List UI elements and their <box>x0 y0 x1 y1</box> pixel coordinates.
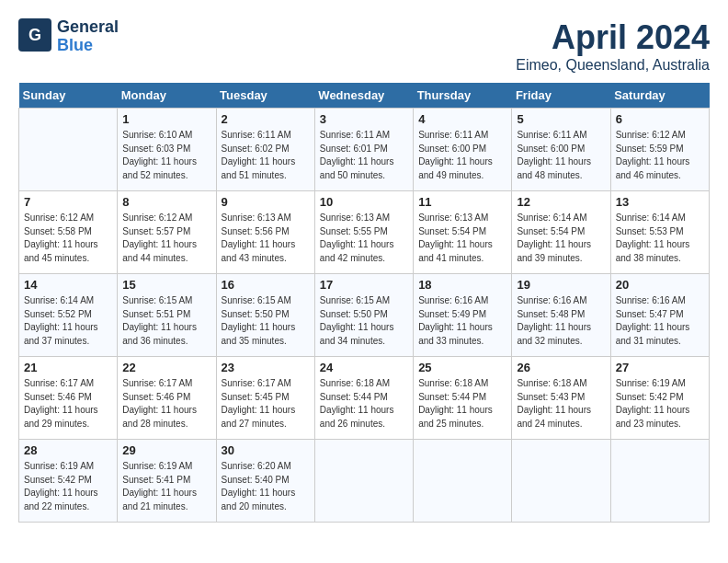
calendar-cell <box>19 109 118 191</box>
week-row-4: 21Sunrise: 6:17 AM Sunset: 5:46 PM Dayli… <box>19 357 710 440</box>
day-info: Sunrise: 6:20 AM Sunset: 5:40 PM Dayligh… <box>222 460 310 513</box>
day-number: 17 <box>320 278 408 292</box>
day-info: Sunrise: 6:14 AM Sunset: 5:53 PM Dayligh… <box>616 212 704 265</box>
day-info: Sunrise: 6:14 AM Sunset: 5:54 PM Dayligh… <box>517 212 605 265</box>
calendar-cell: 19Sunrise: 6:16 AM Sunset: 5:48 PM Dayli… <box>512 274 610 357</box>
day-info: Sunrise: 6:12 AM Sunset: 5:58 PM Dayligh… <box>24 212 112 265</box>
header-sunday: Sunday <box>19 83 118 109</box>
calendar-cell: 30Sunrise: 6:20 AM Sunset: 5:40 PM Dayli… <box>216 440 314 523</box>
calendar-cell: 14Sunrise: 6:14 AM Sunset: 5:52 PM Dayli… <box>19 274 118 357</box>
calendar-cell: 20Sunrise: 6:16 AM Sunset: 5:47 PM Dayli… <box>610 274 709 357</box>
header-wednesday: Wednesday <box>314 83 413 109</box>
day-number: 29 <box>122 443 210 457</box>
calendar-cell: 26Sunrise: 6:18 AM Sunset: 5:43 PM Dayli… <box>512 357 610 440</box>
day-info: Sunrise: 6:17 AM Sunset: 5:45 PM Dayligh… <box>222 377 310 431</box>
calendar-cell: 18Sunrise: 6:16 AM Sunset: 5:49 PM Dayli… <box>414 274 512 357</box>
calendar-cell: 4Sunrise: 6:11 AM Sunset: 6:00 PM Daylig… <box>414 109 512 191</box>
calendar-table: SundayMondayTuesdayWednesdayThursdayFrid… <box>18 83 710 523</box>
calendar-cell <box>314 440 413 523</box>
day-number: 26 <box>517 361 605 374</box>
day-info: Sunrise: 6:12 AM Sunset: 5:57 PM Dayligh… <box>122 212 210 265</box>
day-info: Sunrise: 6:19 AM Sunset: 5:41 PM Dayligh… <box>122 460 210 513</box>
day-number: 2 <box>222 112 310 126</box>
day-number: 14 <box>24 278 112 292</box>
day-number: 3 <box>320 112 408 126</box>
day-info: Sunrise: 6:11 AM Sunset: 6:02 PM Dayligh… <box>222 129 310 182</box>
calendar-cell <box>512 440 610 523</box>
day-number: 20 <box>616 278 704 292</box>
day-number: 4 <box>418 112 506 126</box>
day-number: 18 <box>418 278 506 292</box>
day-number: 1 <box>122 112 210 126</box>
header-tuesday: Tuesday <box>216 83 314 109</box>
day-number: 28 <box>24 443 112 457</box>
day-number: 30 <box>222 443 310 457</box>
day-info: Sunrise: 6:16 AM Sunset: 5:49 PM Dayligh… <box>418 294 506 348</box>
day-info: Sunrise: 6:11 AM Sunset: 6:00 PM Dayligh… <box>517 129 605 182</box>
day-number: 27 <box>616 361 704 374</box>
calendar-cell: 29Sunrise: 6:19 AM Sunset: 5:41 PM Dayli… <box>118 440 216 523</box>
calendar-cell: 13Sunrise: 6:14 AM Sunset: 5:53 PM Dayli… <box>610 191 709 274</box>
day-info: Sunrise: 6:14 AM Sunset: 5:52 PM Dayligh… <box>24 294 112 348</box>
day-info: Sunrise: 6:10 AM Sunset: 6:03 PM Dayligh… <box>122 129 210 182</box>
day-number: 15 <box>122 278 210 292</box>
month-title: April 2024 <box>516 18 710 57</box>
calendar-cell: 2Sunrise: 6:11 AM Sunset: 6:02 PM Daylig… <box>216 109 314 191</box>
day-info: Sunrise: 6:19 AM Sunset: 5:42 PM Dayligh… <box>24 460 112 513</box>
day-info: Sunrise: 6:18 AM Sunset: 5:44 PM Dayligh… <box>320 377 408 431</box>
day-info: Sunrise: 6:16 AM Sunset: 5:47 PM Dayligh… <box>616 294 704 348</box>
day-number: 16 <box>222 278 310 292</box>
week-row-2: 7Sunrise: 6:12 AM Sunset: 5:58 PM Daylig… <box>19 191 710 274</box>
calendar-cell: 8Sunrise: 6:12 AM Sunset: 5:57 PM Daylig… <box>118 191 216 274</box>
day-info: Sunrise: 6:11 AM Sunset: 6:01 PM Dayligh… <box>320 129 408 182</box>
calendar-cell: 10Sunrise: 6:13 AM Sunset: 5:55 PM Dayli… <box>314 191 413 274</box>
day-info: Sunrise: 6:12 AM Sunset: 5:59 PM Dayligh… <box>616 129 704 182</box>
calendar-cell: 27Sunrise: 6:19 AM Sunset: 5:42 PM Dayli… <box>610 357 709 440</box>
week-row-1: 1Sunrise: 6:10 AM Sunset: 6:03 PM Daylig… <box>19 109 710 191</box>
week-row-5: 28Sunrise: 6:19 AM Sunset: 5:42 PM Dayli… <box>19 440 710 523</box>
calendar-cell: 24Sunrise: 6:18 AM Sunset: 5:44 PM Dayli… <box>314 357 413 440</box>
day-info: Sunrise: 6:11 AM Sunset: 6:00 PM Dayligh… <box>418 129 506 182</box>
svg-text:G: G <box>28 26 41 44</box>
calendar-cell: 25Sunrise: 6:18 AM Sunset: 5:44 PM Dayli… <box>414 357 512 440</box>
day-info: Sunrise: 6:13 AM Sunset: 5:54 PM Dayligh… <box>418 212 506 265</box>
day-number: 10 <box>320 195 408 209</box>
calendar-cell: 3Sunrise: 6:11 AM Sunset: 6:01 PM Daylig… <box>314 109 413 191</box>
calendar-cell: 17Sunrise: 6:15 AM Sunset: 5:50 PM Dayli… <box>314 274 413 357</box>
day-number: 5 <box>517 112 605 126</box>
day-info: Sunrise: 6:18 AM Sunset: 5:44 PM Dayligh… <box>418 377 506 431</box>
calendar-cell <box>610 440 709 523</box>
day-number: 13 <box>616 195 704 209</box>
week-row-3: 14Sunrise: 6:14 AM Sunset: 5:52 PM Dayli… <box>19 274 710 357</box>
day-number: 19 <box>517 278 605 292</box>
header-monday: Monday <box>118 83 216 109</box>
logo: G General Blue <box>18 18 119 55</box>
day-number: 22 <box>122 361 210 374</box>
logo-text: General Blue <box>57 18 119 55</box>
day-number: 25 <box>418 361 506 374</box>
calendar-cell: 5Sunrise: 6:11 AM Sunset: 6:00 PM Daylig… <box>512 109 610 191</box>
day-info: Sunrise: 6:13 AM Sunset: 5:56 PM Dayligh… <box>222 212 310 265</box>
calendar-cell: 16Sunrise: 6:15 AM Sunset: 5:50 PM Dayli… <box>216 274 314 357</box>
calendar-cell: 22Sunrise: 6:17 AM Sunset: 5:46 PM Dayli… <box>118 357 216 440</box>
calendar-cell: 1Sunrise: 6:10 AM Sunset: 6:03 PM Daylig… <box>118 109 216 191</box>
day-number: 21 <box>24 361 112 374</box>
logo-icon: G <box>18 18 51 52</box>
calendar-header-row: SundayMondayTuesdayWednesdayThursdayFrid… <box>19 83 710 109</box>
day-info: Sunrise: 6:19 AM Sunset: 5:42 PM Dayligh… <box>616 377 704 431</box>
header-thursday: Thursday <box>414 83 512 109</box>
calendar-cell: 6Sunrise: 6:12 AM Sunset: 5:59 PM Daylig… <box>610 109 709 191</box>
day-number: 23 <box>222 361 310 374</box>
day-number: 7 <box>24 195 112 209</box>
day-number: 12 <box>517 195 605 209</box>
day-info: Sunrise: 6:15 AM Sunset: 5:50 PM Dayligh… <box>320 294 408 348</box>
day-number: 9 <box>222 195 310 209</box>
calendar-cell <box>414 440 512 523</box>
day-number: 11 <box>418 195 506 209</box>
calendar-cell: 12Sunrise: 6:14 AM Sunset: 5:54 PM Dayli… <box>512 191 610 274</box>
location-title: Eimeo, Queensland, Australia <box>516 57 710 74</box>
day-info: Sunrise: 6:18 AM Sunset: 5:43 PM Dayligh… <box>517 377 605 431</box>
day-number: 24 <box>320 361 408 374</box>
calendar-cell: 15Sunrise: 6:15 AM Sunset: 5:51 PM Dayli… <box>118 274 216 357</box>
calendar-cell: 28Sunrise: 6:19 AM Sunset: 5:42 PM Dayli… <box>19 440 118 523</box>
